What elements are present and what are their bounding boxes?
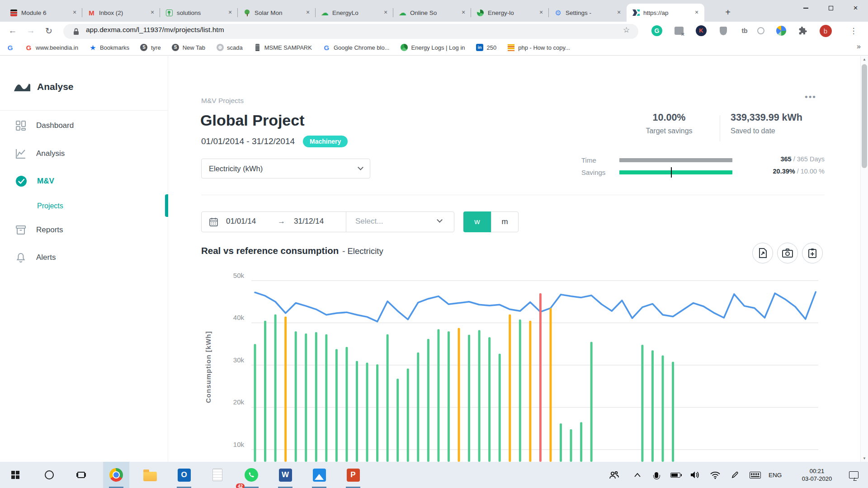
scroll-down-arrow[interactable]: ▼	[863, 456, 866, 460]
screenshot-extension-icon[interactable]	[672, 23, 686, 38]
tab-solutions[interactable]: solutions ×	[160, 4, 238, 22]
earth-extension-icon[interactable]	[774, 23, 788, 38]
snapshot-button[interactable]	[777, 243, 798, 263]
clock[interactable]: 00:21 03-07-2020	[792, 462, 842, 488]
export-file-button[interactable]	[752, 243, 773, 263]
bookmark-php[interactable]: php - How to copy...	[507, 44, 570, 52]
comparison-select[interactable]: Select...	[355, 217, 383, 226]
url-text[interactable]: app.dexma.com/l_11937/mv/projects/list.h…	[86, 26, 224, 34]
ring-extension-icon[interactable]	[754, 23, 768, 38]
sidebar-item-analysis[interactable]: Analysis	[0, 142, 168, 165]
tab-module6[interactable]: Module 6 ×	[5, 4, 82, 22]
taskbar-file-explorer-icon[interactable]	[137, 462, 163, 488]
speaker-icon[interactable]	[686, 462, 704, 488]
y-tick-20k: 20k	[225, 398, 244, 406]
tab-inbox[interactable]: M Inbox (2) ×	[82, 4, 160, 22]
taskbar-powerpoint-icon[interactable]: P	[340, 462, 366, 488]
page-options-ellipsis-icon[interactable]: •••	[805, 92, 816, 102]
bookmark-tyre[interactable]: Styre	[140, 44, 161, 52]
bookmark-scada[interactable]: scada	[216, 44, 243, 52]
bookmark-newtab[interactable]: SNew Tab	[172, 44, 205, 52]
savings-progress-value: 20.39% / 10.00 %	[739, 168, 825, 175]
tab-close-icon[interactable]: ×	[71, 9, 79, 17]
pen-icon[interactable]	[726, 462, 744, 488]
people-icon[interactable]	[605, 462, 623, 488]
tab-energy-lo[interactable]: Energy-lo ×	[471, 4, 549, 22]
taskbar-whatsapp-icon[interactable]: 42	[238, 462, 264, 488]
tab-solar[interactable]: Solar Mon ×	[238, 4, 316, 22]
scroll-up-arrow[interactable]: ▲	[863, 57, 866, 61]
bookmark-energy-logs[interactable]: Energy Logs | Log in	[401, 44, 465, 52]
tb-extension-icon[interactable]: tb	[737, 23, 752, 38]
tab-close-icon[interactable]: ×	[304, 9, 312, 17]
bookmark-linkedin[interactable]: in250	[476, 44, 497, 52]
tab-online[interactable]: ☁ Online So ×	[393, 4, 471, 22]
forward-icon[interactable]: →	[22, 22, 40, 40]
taskbar-word-icon[interactable]: W	[272, 462, 298, 488]
tab-close-icon[interactable]: ×	[693, 9, 701, 17]
tab-energylogs[interactable]: ☁ EnergyLo ×	[316, 4, 393, 22]
new-tab-button[interactable]: +	[722, 6, 734, 19]
kite-extension-icon[interactable]: K	[694, 23, 708, 38]
tab-close-icon[interactable]: ×	[226, 9, 234, 17]
sidebar-item-reports[interactable]: Reports	[0, 218, 168, 242]
breadcrumb[interactable]: M&V Projects	[201, 97, 244, 105]
reload-icon[interactable]: ↻	[40, 22, 58, 40]
tab-close-icon[interactable]: ×	[148, 9, 156, 17]
gmail-icon: M	[88, 9, 95, 17]
bookmarks-overflow-chevron[interactable]: »	[857, 42, 861, 51]
tab-dexma-active[interactable]: https://ap ×	[627, 4, 704, 22]
chart-icon	[15, 148, 26, 159]
bookmark-folder-bookmarks[interactable]: ★Bookmarks	[89, 44, 129, 52]
window-close-button[interactable]: ×	[843, 0, 868, 16]
window-minimize-button[interactable]	[793, 0, 818, 16]
end-date-field[interactable]: 31/12/14	[294, 217, 324, 226]
scrollbar-thumb[interactable]	[862, 64, 867, 168]
microphone-icon[interactable]	[647, 462, 665, 488]
sidebar-item-projects[interactable]: Projects	[0, 194, 168, 218]
taskbar-notepad-icon[interactable]	[204, 462, 231, 488]
sidebar-item-dashboard[interactable]: Dashboard	[0, 114, 168, 137]
battery-icon[interactable]	[666, 462, 684, 488]
bookmark-chrome-blog[interactable]: GGoogle Chrome blo...	[323, 44, 390, 52]
sidebar-item-mv[interactable]: M&V	[0, 169, 168, 193]
target-savings-value: 10.00%	[624, 112, 714, 123]
grammarly-extension-icon[interactable]: G	[650, 23, 664, 38]
tab-close-icon[interactable]: ×	[615, 9, 623, 17]
shield-extension-icon[interactable]	[716, 23, 731, 38]
bookmark-msme[interactable]: MSME SAMPARK	[254, 44, 312, 52]
weekly-view-button[interactable]: w	[463, 211, 491, 232]
taskbar-photos-icon[interactable]	[306, 462, 332, 488]
browser-menu-icon[interactable]: ⋮	[846, 23, 861, 38]
tab-settings[interactable]: ⚙ Settings - ×	[549, 4, 627, 22]
meter-type-select[interactable]: Electricity (kWh)	[201, 159, 370, 178]
linkedin-icon: in	[476, 44, 484, 52]
extensions-puzzle-icon[interactable]	[796, 23, 810, 38]
add-to-report-button[interactable]	[802, 243, 823, 263]
start-date-field[interactable]: 01/01/14	[226, 217, 256, 226]
taskbar-chrome-icon[interactable]	[103, 462, 129, 488]
bookmark-google[interactable]: G	[6, 44, 14, 52]
start-button[interactable]	[2, 462, 28, 488]
language-indicator[interactable]: ENG	[769, 462, 782, 488]
taskbar-outlook-icon[interactable]: O	[171, 462, 197, 488]
window-maximize-button[interactable]	[818, 0, 843, 16]
touch-keyboard-icon[interactable]	[746, 462, 764, 488]
tab-close-icon[interactable]: ×	[382, 9, 390, 17]
brand-label: Analyse	[37, 81, 74, 92]
bookmark-beeindia[interactable]: Gwww.beeindia.in	[25, 44, 78, 52]
back-icon[interactable]: ←	[4, 22, 22, 40]
action-center-icon[interactable]	[844, 462, 863, 488]
sidebar-item-alerts[interactable]: Alerts	[0, 246, 168, 269]
page-scrollbar[interactable]: ▲ ▼	[860, 56, 868, 462]
wifi-icon[interactable]	[706, 462, 724, 488]
cortana-button[interactable]	[36, 462, 62, 488]
time-progress-bar	[619, 158, 732, 162]
task-view-button[interactable]	[68, 462, 94, 488]
tray-chevron-up-icon[interactable]	[628, 462, 646, 488]
profile-avatar[interactable]: b	[818, 23, 833, 38]
tab-close-icon[interactable]: ×	[537, 9, 545, 17]
monthly-view-button[interactable]: m	[491, 211, 519, 232]
bookmark-star-icon[interactable]: ☆	[623, 25, 630, 35]
tab-close-icon[interactable]: ×	[459, 9, 467, 17]
